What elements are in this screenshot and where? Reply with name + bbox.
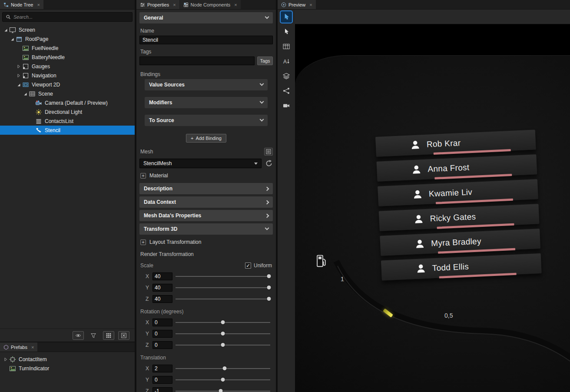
tree-expander-icon[interactable] [3, 356, 8, 362]
layout-transformation-expander[interactable]: + Layout Transformation [140, 239, 272, 245]
slider-handle[interactable] [267, 274, 271, 278]
binding-group-modifiers[interactable]: Modifiers [145, 97, 268, 108]
close-icon[interactable]: × [309, 3, 312, 7]
transform-value-input[interactable]: 0 [152, 376, 172, 384]
layers-tool[interactable] [281, 70, 292, 82]
slider-handle[interactable] [221, 332, 225, 336]
grid-clear-button[interactable] [118, 331, 129, 340]
slider-handle[interactable] [221, 378, 225, 382]
name-input[interactable] [139, 36, 273, 44]
contact-item-todd-ellis[interactable]: Todd Ellis [381, 253, 542, 281]
tree-item-camera-default-preview[interactable]: Camera (Default / Preview) [0, 98, 135, 107]
transform-slider[interactable] [176, 272, 272, 280]
transform-row-rotation-degrees-x: X0 [146, 318, 272, 327]
slider-handle[interactable] [221, 343, 225, 347]
tags-input[interactable] [139, 56, 255, 65]
transform-slider[interactable] [176, 295, 272, 303]
slider-handle[interactable] [267, 297, 271, 301]
tree-expander-icon[interactable] [22, 91, 28, 96]
table-tool[interactable] [281, 41, 292, 52]
tree-item-batteryneedle[interactable]: BatteryNeedle [0, 53, 135, 62]
transform-value-input[interactable]: 40 [152, 284, 172, 292]
tree-item-contactslist[interactable]: ContactsList [0, 116, 135, 126]
transform-slider[interactable] [176, 319, 272, 326]
slider-handle[interactable] [267, 286, 271, 289]
binding-group-to-source[interactable]: To Source [145, 115, 268, 126]
transform-slider[interactable] [176, 376, 272, 384]
slider-handle[interactable] [223, 366, 227, 370]
transform-value-input[interactable]: 2 [152, 365, 172, 372]
tab-preview[interactable]: Preview × [278, 0, 316, 9]
tree-item-gauges[interactable]: Gauges [0, 62, 135, 71]
text-tool[interactable]: A [281, 56, 292, 67]
tab-prefabs[interactable]: Prefabs × [0, 342, 37, 352]
section-mesh-data-properties[interactable]: Mesh Data's Properties [139, 210, 273, 221]
tab-node-tree[interactable]: Node Tree × [0, 0, 43, 9]
tags-button[interactable]: Tags [257, 56, 273, 65]
slider-handle[interactable] [221, 320, 225, 324]
transform-slider[interactable] [176, 341, 272, 349]
tree-item-navigation[interactable]: Navigation [0, 71, 135, 80]
filter-button[interactable] [88, 331, 99, 340]
properties-panel: Properties × Node Components × General N… [136, 0, 276, 392]
touch-tool[interactable] [281, 11, 292, 23]
preview-viewport[interactable]: 1 0,5 Rob KrarAnna FrostKwamie LivRicky … [295, 24, 570, 392]
axis-label: X [146, 273, 149, 279]
tree-item-fuelneedle[interactable]: FuelNeedle [0, 43, 135, 53]
node-graph-tool[interactable] [281, 85, 292, 96]
transform-slider[interactable] [176, 284, 272, 292]
grid-view-button[interactable] [103, 331, 114, 340]
mesh-library-icon[interactable] [264, 148, 273, 156]
tree-item-contactitem[interactable]: ContactItem [0, 355, 135, 364]
add-binding-button[interactable]: + Add Binding [186, 134, 226, 143]
tree-expander-icon[interactable] [16, 82, 21, 87]
tree-item-viewport-2d[interactable]: Viewport 2D [0, 80, 135, 89]
binding-group-value-sources[interactable]: Value Sources [145, 79, 268, 90]
section-data-context[interactable]: Data Context [139, 196, 273, 208]
pointer-tool[interactable] [281, 26, 292, 37]
transform-value-input[interactable]: 40 [152, 295, 172, 303]
transform-value-input[interactable]: -1 [152, 387, 172, 392]
tab-node-components[interactable]: Node Components × [180, 0, 241, 9]
tree-item-directional-light[interactable]: Directional Light [0, 107, 135, 116]
transform-slider[interactable] [176, 330, 272, 338]
visibility-toggle-button[interactable] [73, 331, 84, 340]
tab-properties[interactable]: Properties × [136, 0, 179, 9]
contact-item-anna-frost[interactable]: Anna Frost [377, 154, 537, 182]
prefab-icon [9, 356, 16, 363]
tree-expander-icon[interactable] [3, 27, 8, 33]
contact-item-myra-bradley[interactable]: Myra Bradley [380, 229, 540, 256]
section-transform-3d[interactable]: Transform 3D [139, 223, 273, 235]
search-input[interactable] [13, 14, 129, 20]
tree-item-screen[interactable]: Screen [0, 25, 135, 34]
tree-item-stencil[interactable]: Stencil [0, 126, 135, 135]
uniform-checkbox[interactable]: ✓Uniform [245, 262, 272, 269]
tab-label: Node Components [191, 2, 231, 7]
tree-expander-icon[interactable] [16, 73, 21, 78]
tree-expander-icon[interactable] [9, 36, 15, 42]
contact-item-ricky-gates[interactable]: Ricky Gates [379, 204, 540, 231]
contact-item-kwamie-liv[interactable]: Kwamie Liv [378, 179, 538, 206]
tree-expander-icon[interactable] [16, 63, 21, 69]
section-description[interactable]: Description [139, 183, 273, 194]
transform-slider[interactable] [176, 387, 272, 392]
tree-item-turnindicator[interactable]: TurnIndicator [0, 364, 135, 373]
search-box[interactable] [2, 12, 133, 22]
transform-value-input[interactable]: 0 [152, 341, 172, 349]
transform-value-input[interactable]: 40 [152, 272, 172, 280]
transform-value-input[interactable]: 0 [152, 319, 172, 326]
transform-slider[interactable] [176, 365, 272, 372]
transform-value-input[interactable]: 0 [152, 330, 172, 338]
close-icon[interactable]: × [31, 345, 34, 349]
camera-tool[interactable] [281, 100, 292, 111]
close-icon[interactable]: × [173, 3, 176, 7]
slider-handle[interactable] [219, 389, 223, 392]
reset-icon[interactable] [265, 159, 273, 167]
material-expander[interactable]: + Material [140, 173, 272, 179]
close-icon[interactable]: × [37, 3, 40, 7]
section-general[interactable]: General [139, 12, 273, 23]
close-icon[interactable]: × [234, 3, 237, 7]
mesh-dropdown[interactable]: StencilMesh [139, 159, 262, 168]
tree-item-rootpage[interactable]: RootPage [0, 34, 135, 43]
tree-item-scene[interactable]: Scene [0, 89, 135, 98]
